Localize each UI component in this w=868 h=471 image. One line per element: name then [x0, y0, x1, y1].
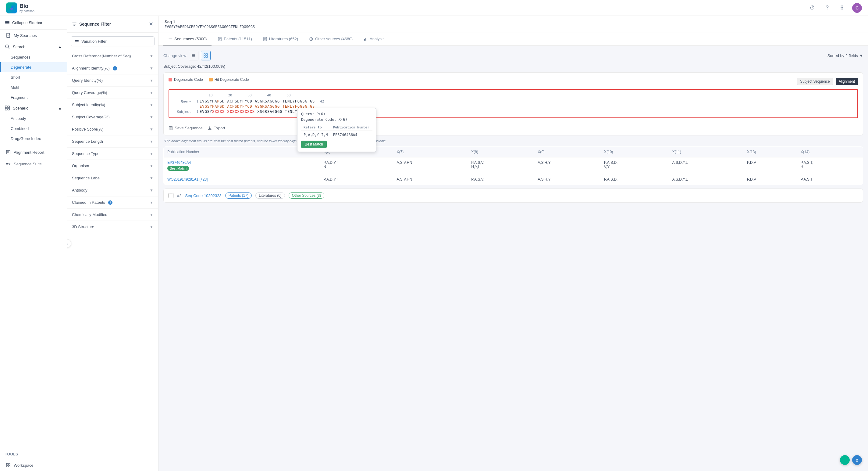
- sidebar-item-workspace[interactable]: Workspace: [0, 460, 67, 471]
- header-icons: ⏱ ? ⠿ C: [808, 3, 862, 13]
- pub-link-1[interactable]: EP3746486A4: [167, 160, 191, 165]
- tab-patents[interactable]: Patents (11511): [213, 33, 257, 46]
- export-label: Export: [214, 126, 225, 130]
- view-toggle: Change view: [163, 51, 211, 60]
- workspace-icon: [6, 463, 11, 468]
- coverage-row: Subject Coverage: 42/42(100.00%): [163, 64, 863, 69]
- tooltip-refers-to-header: Refers to: [301, 124, 331, 131]
- alignment-view-btn[interactable]: Alignment: [836, 78, 858, 85]
- tab-other-sources[interactable]: Other sources (4680): [304, 33, 358, 46]
- filter-antibody[interactable]: Antibody ▼: [67, 184, 158, 197]
- sidebar-antibody-label: Antibody: [11, 116, 26, 121]
- filter-organism[interactable]: Organism ▼: [67, 160, 158, 172]
- filter-query-coverage[interactable]: Query Coverage(%) ▼: [67, 87, 158, 99]
- filter-claimed-patents[interactable]: Claimed in Patents i ▼: [67, 197, 158, 209]
- tab-analysis[interactable]: Analysis: [359, 33, 389, 46]
- filter-panel-close-btn[interactable]: ✕: [149, 21, 153, 27]
- legend-degenerate-label: Degenerate Code: [174, 78, 203, 82]
- sidebar-item-drug-gene[interactable]: Drug/Gene Index: [0, 134, 67, 144]
- filter-subject-identity-label: Subject Identity(%): [72, 102, 105, 107]
- td-x7-2: A,S,V,F,N: [393, 174, 468, 185]
- user-avatar[interactable]: C: [852, 3, 862, 13]
- sidebar-sequence-suite-label: Sequence Suite: [14, 162, 42, 166]
- svg-point-14: [9, 163, 10, 165]
- save-sequence-btn[interactable]: Save Sequence: [168, 126, 203, 130]
- filter-sequence-length[interactable]: Sequence Length ▼: [67, 136, 158, 148]
- filter-subject-coverage[interactable]: Subject Coverage(%) ▼: [67, 111, 158, 123]
- sidebar-short-label: Short: [11, 75, 20, 80]
- filter-query-identity-chevron: ▼: [150, 79, 153, 83]
- tooltip-query-info: Query: P(6): [301, 112, 372, 116]
- sidebar-item-sequences[interactable]: Sequences: [0, 52, 67, 62]
- filter-chemically-modified-label: Chemically Modified: [72, 212, 107, 217]
- sidebar-icon: [5, 20, 10, 25]
- sidebar-item-antibody[interactable]: Antibody: [0, 114, 67, 123]
- filter-3d-structure[interactable]: 3D Structure ▼: [67, 221, 158, 233]
- timer-icon[interactable]: ⏱: [808, 4, 817, 12]
- svg-rect-11: [8, 108, 9, 110]
- sort-dropdown[interactable]: Sorted by 2 fields ▼: [828, 53, 863, 58]
- filter-alignment-identity-label: Alignment Identity(%) i: [72, 66, 117, 70]
- filter-sequence-length-label: Sequence Length: [72, 139, 103, 144]
- svg-rect-29: [206, 54, 208, 55]
- filter-sequence-type-chevron: ▼: [150, 152, 153, 156]
- filter-query-identity[interactable]: Query Identity(%) ▼: [67, 75, 158, 87]
- sidebar-scenario-group[interactable]: Scenario ▲: [0, 102, 67, 114]
- filter-alignment-identity[interactable]: Alignment Identity(%) i ▼: [67, 62, 158, 75]
- filter-positive-score[interactable]: Positive Score(%) ▼: [67, 123, 158, 136]
- sidebar-item-alignment-report[interactable]: Alignment Report: [0, 146, 67, 158]
- filter-cross-reference[interactable]: Cross Reference(Number of Seq) ▼: [67, 50, 158, 62]
- sidebar-item-motif[interactable]: Motif: [0, 82, 67, 92]
- query-align-2: EVGSYPAPSD ACPSDYFYCD ASGRSAGGGG TENLYFQ…: [199, 104, 315, 109]
- sidebar-item-sequence-suite[interactable]: Sequence Suite: [0, 158, 67, 170]
- ruler-40: 40: [259, 93, 279, 97]
- results-table: Publication Number X(6) X(7) X(8) X(9) X…: [163, 146, 863, 185]
- filter-sequence-label[interactable]: Sequence Label ▼: [67, 172, 158, 184]
- sidebar-item-my-searches[interactable]: My Searches: [0, 30, 67, 41]
- seq-result-checkbox[interactable]: [168, 193, 174, 198]
- help-icon[interactable]: ?: [823, 4, 831, 12]
- tab-literatures[interactable]: Literatures (652): [258, 33, 303, 46]
- list-view-btn[interactable]: [189, 51, 198, 60]
- filter-organism-label: Organism: [72, 164, 89, 168]
- grid-icon[interactable]: ⠿: [838, 4, 846, 12]
- filter-chemically-modified[interactable]: Chemically Modified ▼: [67, 209, 158, 221]
- sidebar-section-main: My Searches Search ▲ Sequences Degenerat…: [0, 30, 67, 170]
- collapse-sidebar-btn[interactable]: Collapse Sidebar: [0, 16, 67, 30]
- filter-subject-identity[interactable]: Subject Identity(%) ▼: [67, 99, 158, 111]
- filter-3d-structure-chevron: ▼: [150, 225, 153, 229]
- seq-other-sources-badge[interactable]: Other Sources (3): [289, 193, 324, 199]
- alignment-view-btns: Subject Sequence Alignment: [797, 78, 858, 85]
- panel-toggle-btn[interactable]: ‹: [67, 239, 71, 248]
- scenario-chevron-icon: ▲: [58, 106, 62, 111]
- alignment-note: *The above alignment results are from th…: [163, 139, 863, 143]
- tooltip-best-match-btn[interactable]: Best Match: [301, 141, 327, 148]
- filter-sequence-type-label: Sequence Type: [72, 151, 99, 156]
- sidebar-item-combined[interactable]: Combined: [0, 123, 67, 134]
- seq-code-link[interactable]: Seq Code 10202323: [185, 194, 221, 198]
- tab-sequences[interactable]: Sequences (5000): [163, 33, 212, 46]
- filter-sequence-type[interactable]: Sequence Type ▼: [67, 148, 158, 160]
- filter-claimed-patents-label: Claimed in Patents i: [72, 200, 113, 205]
- variation-filter-btn[interactable]: Variation Filter: [71, 36, 155, 47]
- svg-rect-8: [5, 106, 7, 108]
- seq-literatures-badge[interactable]: Literatures (0): [255, 193, 285, 199]
- subject-sequence-btn[interactable]: Subject Sequence: [797, 78, 833, 85]
- sidebar-item-degenerate[interactable]: Degenerate: [0, 62, 67, 72]
- pub-link-2[interactable]: WO2019149281A1 [+23]: [167, 177, 208, 181]
- sidebar-item-short[interactable]: Short: [0, 72, 67, 82]
- filter-organism-chevron: ▼: [150, 164, 153, 168]
- grid-view-btn[interactable]: [201, 51, 211, 60]
- floating-chat-btn[interactable]: [840, 455, 850, 465]
- seq-patents-badge[interactable]: Patents (17): [225, 193, 252, 199]
- sidebar-item-fragment[interactable]: Fragment: [0, 92, 67, 102]
- svg-rect-27: [367, 38, 367, 40]
- collapse-sidebar-label: Collapse Sidebar: [12, 21, 42, 25]
- export-btn[interactable]: Export: [208, 126, 225, 130]
- sidebar-search-group[interactable]: Search ▲: [0, 41, 67, 52]
- coverage-value: 42/42(100.00%): [197, 64, 225, 69]
- filter-antibody-chevron: ▼: [150, 188, 153, 193]
- floating-badge[interactable]: 2: [852, 455, 862, 465]
- filter-sequence-length-chevron: ▼: [150, 139, 153, 144]
- logo-area: Bio by patsnap: [6, 2, 34, 13]
